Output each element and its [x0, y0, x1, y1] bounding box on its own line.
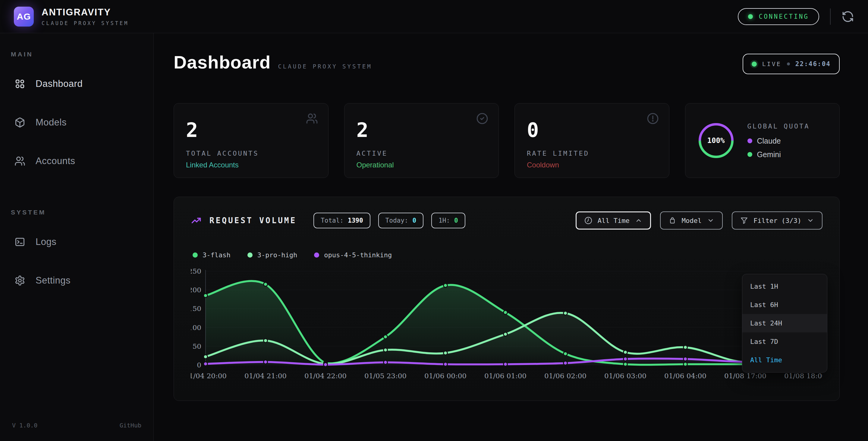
request-volume-panel: REQUEST VOLUME Total: 1390 Today: 0 1H:: [174, 197, 840, 401]
quota-legend-gemini: Gemini: [747, 150, 810, 159]
model-filter-label: Model: [682, 217, 702, 225]
live-dot-icon: [752, 62, 757, 67]
sidebar-item-label: Models: [36, 117, 67, 128]
today-requests-pill: Today: 0: [378, 213, 424, 228]
chevron-down-icon: [707, 217, 714, 224]
time-range-dropdown: Last 1H Last 6H Last 24H Last 7D All Tim…: [742, 274, 827, 373]
legend-label: opus-4-5-thinking: [324, 251, 392, 259]
svg-text:01/06 04:00: 01/06 04:00: [664, 372, 707, 380]
connection-status-label: CONNECTING: [759, 13, 809, 20]
gemini-dot-icon: [747, 152, 752, 157]
quota-legend-label: Claude: [757, 137, 781, 145]
pill-value: 0: [412, 217, 416, 224]
sidebar-item-dashboard[interactable]: Dashboard: [10, 71, 143, 96]
terminal-icon: [14, 236, 25, 247]
panel-title: REQUEST VOLUME: [210, 216, 297, 225]
app-logo: AG: [14, 7, 34, 27]
sidebar-item-models[interactable]: Models: [10, 110, 143, 135]
time-range-label: All Time: [598, 217, 629, 225]
svg-text:01/08 18:00: 01/08 18:00: [784, 372, 823, 380]
refresh-button[interactable]: [841, 10, 854, 23]
sidebar-section-system: SYSTEM: [10, 209, 143, 216]
svg-text:250: 250: [191, 267, 201, 275]
cube-icon: [14, 117, 25, 128]
svg-text:01/06 02:00: 01/06 02:00: [544, 372, 587, 380]
quota-ring: 100%: [698, 122, 735, 159]
filter-button[interactable]: Filter (3/3): [732, 211, 823, 230]
app-subtitle: CLAUDE PROXY SYSTEM: [41, 20, 129, 26]
page-title: Dashboard: [174, 52, 271, 73]
funnel-icon: [740, 216, 748, 225]
stat-label: ACTIVE: [356, 150, 487, 157]
model-filter-button[interactable]: Model: [660, 211, 723, 230]
svg-text:01/04 22:00: 01/04 22:00: [304, 372, 347, 380]
dropdown-item-last-24h[interactable]: Last 24H: [742, 314, 827, 332]
dropdown-item-last-7d[interactable]: Last 7D: [742, 332, 827, 351]
time-range-button[interactable]: All Time: [576, 211, 651, 230]
pill-label: 1H:: [438, 217, 450, 224]
legend-item-3-pro-high: 3-pro-high: [247, 251, 297, 259]
quota-legend-label: Gemini: [757, 150, 781, 159]
users-icon: [14, 156, 25, 167]
box-icon: [669, 216, 676, 225]
pill-value: 0: [454, 217, 458, 224]
stat-card-total-accounts: 2 TOTAL ACCOUNTS Linked Accounts: [174, 103, 329, 178]
svg-text:150: 150: [191, 305, 201, 313]
gear-icon: [14, 275, 25, 286]
sidebar-item-accounts[interactable]: Accounts: [10, 148, 143, 174]
svg-text:01/06 03:00: 01/06 03:00: [604, 372, 647, 380]
request-volume-chart[interactable]: 05010015020025001/04 20:0001/04 21:0001/…: [191, 267, 823, 388]
stat-label: TOTAL ACCOUNTS: [186, 150, 316, 157]
svg-text:200: 200: [191, 286, 201, 294]
svg-text:01/06 00:00: 01/06 00:00: [424, 372, 467, 380]
stat-value: 0: [527, 119, 657, 142]
chevron-down-icon: [807, 217, 814, 224]
global-quota-card: 100% GLOBAL QUOTA Claude Gemini: [685, 103, 840, 178]
filter-label: Filter (3/3): [753, 217, 801, 225]
connection-status-badge: CONNECTING: [738, 8, 819, 25]
pill-label: Total:: [321, 217, 344, 224]
svg-text:01/04 20:00: 01/04 20:00: [191, 372, 227, 380]
stat-sublabel: Cooldown: [527, 161, 657, 169]
sidebar-item-label: Settings: [36, 275, 70, 286]
alert-circle-icon: [647, 113, 659, 126]
dropdown-item-last-1h[interactable]: Last 1H: [742, 277, 827, 296]
svg-text:01/06 01:00: 01/06 01:00: [484, 372, 527, 380]
legend-label: 3-pro-high: [257, 251, 297, 259]
users-icon: [306, 113, 318, 126]
clock-icon: [584, 216, 592, 225]
stat-sublabel: Operational: [356, 161, 487, 169]
stat-sublabel: Linked Accounts: [186, 161, 316, 169]
dropdown-item-all-time[interactable]: All Time: [742, 351, 827, 369]
stat-card-active: 2 ACTIVE Operational: [344, 103, 499, 178]
brand: AG ANTIGRAVITY CLAUDE PROXY SYSTEM: [14, 7, 129, 27]
page-subtitle: CLAUDE PROXY SYSTEM: [278, 63, 372, 70]
svg-text:0: 0: [197, 361, 201, 369]
stat-label: RATE LIMITED: [527, 150, 657, 157]
app-name: ANTIGRAVITY: [41, 7, 129, 18]
dot-separator-icon: [787, 62, 790, 65]
svg-text:01/04 21:00: 01/04 21:00: [244, 372, 287, 380]
sidebar-item-settings[interactable]: Settings: [10, 268, 143, 293]
dropdown-item-last-6h[interactable]: Last 6H: [742, 296, 827, 314]
hour-requests-pill: 1H: 0: [431, 213, 465, 228]
github-link[interactable]: GitHub: [120, 422, 141, 429]
sidebar-item-logs[interactable]: Logs: [10, 229, 143, 255]
main-content: Dashboard CLAUDE PROXY SYSTEM LIVE 22:46…: [154, 33, 868, 441]
sidebar-item-label: Accounts: [36, 156, 75, 167]
stat-card-rate-limited: 0 RATE LIMITED Cooldown: [515, 103, 670, 178]
svg-text:100: 100: [191, 324, 201, 331]
live-status-badge: LIVE 22:46:04: [743, 54, 840, 74]
pill-value: 1390: [348, 217, 363, 224]
quota-legend-claude: Claude: [747, 137, 810, 145]
status-dot-icon: [748, 14, 753, 19]
total-requests-pill: Total: 1390: [313, 213, 370, 228]
svg-text:50: 50: [193, 342, 201, 350]
series-dot-icon: [247, 253, 253, 258]
sidebar-item-label: Dashboard: [36, 79, 83, 89]
pill-label: Today:: [385, 217, 408, 224]
clock-value: 22:46:04: [795, 60, 831, 67]
legend-item-3-flash: 3-flash: [193, 251, 230, 259]
trending-up-icon: [191, 215, 202, 226]
sidebar-item-label: Logs: [36, 236, 56, 247]
